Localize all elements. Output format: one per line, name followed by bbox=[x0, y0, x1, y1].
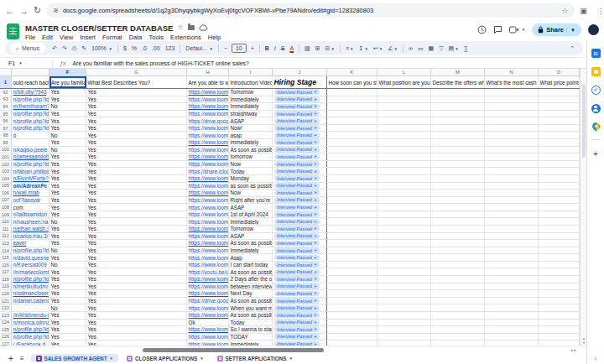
cell[interactable] bbox=[378, 254, 431, 261]
cell[interactable] bbox=[431, 117, 485, 124]
cell[interactable]: Yes bbox=[49, 298, 86, 304]
cell[interactable]: n/daniel.cadena bbox=[12, 298, 49, 304]
cell[interactable]: No bbox=[49, 247, 86, 254]
cell[interactable] bbox=[485, 262, 539, 268]
cell[interactable] bbox=[431, 204, 485, 211]
cell[interactable]: Interview Passed▼ bbox=[273, 168, 327, 174]
address-bar[interactable]: ≋ docs.google.com/spreadsheets/d/1q2g3Dh… bbox=[46, 3, 575, 18]
cell[interactable]: https://drive.googl bbox=[187, 298, 229, 304]
menus-search-button[interactable]: ⌕ Menus bbox=[10, 43, 45, 54]
cell[interactable]: Tomorrow bbox=[229, 226, 273, 232]
cell[interactable]: Interview Passed▼ bbox=[273, 326, 327, 333]
cell[interactable] bbox=[431, 326, 485, 333]
cell[interactable]: Interview Passed▼ bbox=[273, 226, 327, 232]
chip-dropdown-icon[interactable]: ▼ bbox=[314, 126, 317, 130]
add-sheet-icon[interactable]: + bbox=[8, 354, 13, 363]
row-number[interactable]: 121 bbox=[0, 298, 12, 304]
cell[interactable] bbox=[485, 125, 539, 132]
row-number[interactable]: 100 bbox=[0, 147, 12, 153]
cell[interactable] bbox=[327, 304, 378, 311]
hide-side-panel-icon[interactable]: › bbox=[587, 356, 604, 361]
cell[interactable]: https://www.loom. bbox=[187, 304, 229, 311]
sheet-tab-menu-icon[interactable]: ▼ bbox=[110, 356, 113, 361]
cell[interactable] bbox=[539, 334, 580, 341]
cell[interactable]: Yes bbox=[86, 312, 187, 319]
cell[interactable]: n/carlos.trau.3/ bbox=[12, 233, 49, 240]
percent-format-icon[interactable]: % bbox=[129, 41, 139, 55]
cell[interactable] bbox=[378, 204, 431, 211]
cell[interactable]: Yes bbox=[49, 117, 86, 124]
row-number[interactable]: 118 bbox=[0, 276, 12, 283]
cell[interactable]: Yes bbox=[49, 312, 86, 319]
sheets-logo-icon[interactable] bbox=[7, 23, 19, 39]
cell[interactable] bbox=[378, 190, 431, 196]
cell[interactable]: Yes bbox=[49, 89, 86, 96]
cell[interactable]: Yes bbox=[86, 254, 187, 261]
cell[interactable] bbox=[539, 240, 580, 247]
cell[interactable]: Yes bbox=[86, 218, 187, 225]
cell[interactable]: https://www.loom. bbox=[187, 276, 229, 283]
cell[interactable] bbox=[327, 168, 378, 174]
hiring-stage-chip[interactable]: Interview Passed▼ bbox=[274, 125, 320, 131]
cell[interactable]: between interviews, as s bbox=[229, 283, 273, 290]
cell[interactable]: n/profile.php?id bbox=[12, 334, 49, 341]
menu-edit[interactable]: Edit bbox=[42, 34, 53, 42]
cell[interactable] bbox=[431, 233, 485, 240]
cell[interactable]: n/profile.php?id bbox=[12, 125, 49, 132]
cell[interactable] bbox=[539, 183, 580, 190]
chip-dropdown-icon[interactable]: ▼ bbox=[314, 234, 317, 238]
cell[interactable]: Yes bbox=[86, 139, 187, 146]
row-number[interactable]: 112 bbox=[0, 233, 12, 240]
font-select[interactable]: Defaul... ▼ bbox=[183, 45, 216, 51]
cell[interactable]: Interview Passed▼ bbox=[273, 96, 327, 103]
cell[interactable]: Yes bbox=[86, 268, 187, 275]
row-number[interactable]: 99 bbox=[0, 139, 12, 146]
cell[interactable] bbox=[431, 254, 485, 261]
cell[interactable]: Interview Passed▼ bbox=[273, 89, 327, 96]
column-headers[interactable]: FGHIJKLMNO bbox=[0, 69, 580, 76]
cell[interactable]: Yes bbox=[49, 153, 86, 160]
cell[interactable]: Interview Passed▼ bbox=[273, 218, 327, 225]
hiring-stage-chip[interactable]: Interview Passed▼ bbox=[274, 291, 320, 297]
cell[interactable]: https://www.loom. bbox=[187, 204, 229, 211]
horizontal-scroll-arrows[interactable]: ◂▸ bbox=[570, 347, 578, 352]
cell[interactable] bbox=[431, 262, 485, 268]
cell[interactable]: Yes bbox=[49, 226, 86, 232]
header-cell-G[interactable]: What Best Describes You? bbox=[86, 76, 187, 88]
cell[interactable] bbox=[378, 103, 431, 110]
chip-dropdown-icon[interactable]: ▼ bbox=[314, 212, 317, 216]
cell[interactable]: Interview Passed▼ bbox=[273, 233, 327, 240]
cell[interactable]: asap bbox=[229, 132, 273, 138]
cell[interactable] bbox=[539, 111, 580, 117]
row-number[interactable]: 119 bbox=[0, 283, 12, 290]
chip-dropdown-icon[interactable]: ▼ bbox=[314, 284, 317, 289]
chip-dropdown-icon[interactable]: ▼ bbox=[314, 140, 317, 144]
cell[interactable] bbox=[378, 326, 431, 333]
cell[interactable]: straightway bbox=[229, 111, 273, 117]
cell[interactable] bbox=[431, 268, 485, 275]
cell[interactable] bbox=[378, 298, 431, 304]
cell[interactable]: Yes bbox=[86, 326, 187, 333]
cell[interactable] bbox=[485, 326, 539, 333]
cell[interactable]: Yes bbox=[86, 204, 187, 211]
row-number[interactable]: 120 bbox=[0, 290, 12, 297]
cell[interactable] bbox=[378, 320, 431, 326]
functions-icon[interactable]: ∑ bbox=[461, 41, 471, 55]
cell[interactable] bbox=[431, 334, 485, 341]
cell[interactable]: When you want me to. bbox=[229, 304, 273, 311]
row-number[interactable]: 113 bbox=[0, 240, 12, 247]
cell[interactable]: https://www.loom. bbox=[187, 240, 229, 247]
cell[interactable] bbox=[539, 312, 580, 319]
cell[interactable] bbox=[431, 168, 485, 174]
cell[interactable] bbox=[485, 268, 539, 275]
cell[interactable] bbox=[378, 226, 431, 232]
cell[interactable]: https://www.loom. bbox=[187, 103, 229, 110]
cell[interactable]: 2 Days after the onboard bbox=[229, 276, 273, 283]
cell[interactable] bbox=[12, 304, 49, 311]
cell[interactable] bbox=[431, 197, 485, 204]
column-header-G[interactable]: G bbox=[86, 69, 187, 75]
cell[interactable]: https://www.loom. bbox=[187, 132, 229, 138]
cell[interactable]: https://www.loom. bbox=[187, 211, 229, 218]
row-number[interactable]: 92 bbox=[0, 89, 12, 96]
row-number[interactable]: 105 bbox=[0, 183, 12, 190]
